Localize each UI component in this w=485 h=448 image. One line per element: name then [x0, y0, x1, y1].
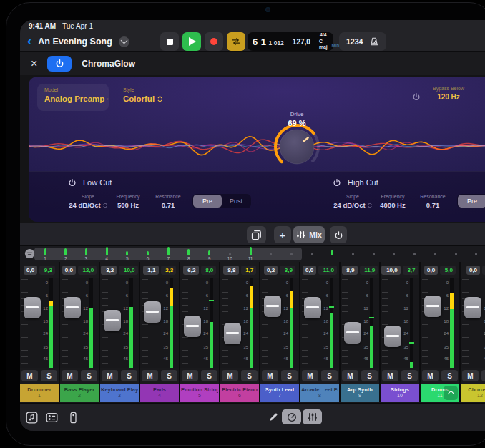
back-chevron-icon[interactable]: ‹: [27, 32, 31, 49]
style-selector[interactable]: Style Colorful: [116, 84, 162, 103]
fader-handle[interactable]: [424, 296, 441, 317]
mute-button[interactable]: M: [182, 370, 198, 381]
bypass-below-control[interactable]: Bypass Below 120 Hz: [423, 86, 474, 101]
peak-readout[interactable]: -3,9: [280, 266, 295, 275]
fader-handle[interactable]: [24, 297, 41, 318]
volume-readout[interactable]: 0,0: [303, 266, 316, 275]
mute-button[interactable]: M: [21, 370, 38, 381]
volume-readout[interactable]: 0,2: [264, 266, 278, 275]
record-button[interactable]: [205, 32, 223, 51]
peak-readout[interactable]: -8,0: [201, 266, 217, 275]
peak-readout[interactable]: -11,0: [318, 266, 337, 275]
volume-readout[interactable]: -1,1: [143, 266, 159, 275]
solo-button[interactable]: S: [401, 370, 418, 381]
fader-handle[interactable]: [384, 326, 401, 347]
mute-button[interactable]: M: [262, 370, 278, 381]
model-selector[interactable]: Model Analog Preamp: [37, 84, 109, 111]
cycle-button[interactable]: [227, 32, 245, 51]
mix-view-button[interactable]: Mix: [293, 226, 325, 243]
solo-button[interactable]: S: [441, 370, 458, 381]
post-button[interactable]: Post: [222, 195, 250, 208]
mute-button[interactable]: M: [342, 370, 358, 381]
solo-button[interactable]: S: [121, 370, 137, 381]
solo-button[interactable]: S: [81, 370, 97, 381]
track-label[interactable]: Arcade…eet Pad8: [300, 384, 339, 402]
high-cut-power-icon[interactable]: [333, 178, 341, 187]
count-in-button[interactable]: 1234: [346, 37, 363, 46]
peak-readout[interactable]: -5,0: [440, 266, 456, 275]
fader-handle[interactable]: [344, 322, 361, 344]
low-cut-power-icon[interactable]: [68, 178, 77, 187]
peak-readout[interactable]: -9,3: [39, 266, 55, 275]
volume-readout[interactable]: -3,2: [101, 266, 117, 275]
volume-readout[interactable]: -8,8: [223, 266, 239, 275]
solo-button[interactable]: S: [361, 370, 378, 381]
pencil-icon[interactable]: [268, 412, 279, 423]
collapse-strip-button[interactable]: [444, 386, 458, 400]
solo-button[interactable]: S: [161, 370, 177, 381]
peak-readout[interactable]: [482, 266, 485, 275]
solo-button[interactable]: S: [321, 370, 338, 381]
stop-button[interactable]: [160, 32, 179, 51]
mute-button[interactable]: M: [382, 370, 398, 381]
mute-button[interactable]: M: [462, 370, 479, 381]
low-cut-resonance[interactable]: Resonance 0.71: [148, 194, 188, 209]
track-label[interactable]: Keyboard Player3: [100, 384, 139, 402]
track-label[interactable]: Drummer1: [20, 384, 59, 402]
fader-handle[interactable]: [144, 301, 161, 323]
track-label[interactable]: Chorus V12: [461, 384, 485, 402]
fader-handle[interactable]: [264, 296, 281, 317]
filter-icon[interactable]: [24, 248, 35, 262]
fader-handle[interactable]: [224, 323, 241, 344]
volume-readout[interactable]: -6,2: [183, 266, 199, 275]
track-label[interactable]: Drums11: [421, 384, 459, 402]
fader-handle[interactable]: [304, 297, 321, 318]
mute-button[interactable]: M: [302, 370, 318, 381]
solo-button[interactable]: S: [201, 370, 217, 381]
mute-button[interactable]: M: [142, 370, 158, 381]
solo-button[interactable]: S: [41, 370, 57, 381]
song-title[interactable]: An Evening Song: [38, 36, 112, 47]
volume-readout[interactable]: -8,9: [342, 266, 358, 275]
peak-readout[interactable]: -1,7: [241, 266, 257, 275]
pre-button[interactable]: Pre: [193, 195, 222, 208]
track-label[interactable]: Arp Synth9: [341, 384, 379, 402]
track-label[interactable]: Synth Lead7: [260, 384, 299, 402]
volume-readout[interactable]: 0,0: [62, 266, 76, 275]
mute-button[interactable]: M: [222, 370, 238, 381]
solo-button[interactable]: S: [281, 370, 298, 381]
high-cut-resonance[interactable]: Resonance 0.71: [413, 194, 453, 209]
song-menu-button[interactable]: [119, 36, 129, 47]
drive-knob[interactable]: [271, 121, 323, 172]
volume-readout[interactable]: 0,0: [24, 266, 37, 275]
fader-handle[interactable]: [104, 310, 121, 331]
low-cut-slope[interactable]: Slope 24 dB/Oct: [68, 194, 108, 209]
peak-readout[interactable]: -10,0: [119, 266, 137, 275]
pre-button[interactable]: Pre: [458, 195, 485, 208]
volume-readout[interactable]: 0,0: [424, 266, 438, 275]
mixer-power-button[interactable]: [330, 226, 347, 243]
mute-button[interactable]: M: [102, 370, 118, 381]
track-label[interactable]: Strings10: [381, 384, 419, 402]
metronome-icon[interactable]: [369, 36, 379, 47]
bypass-power-icon[interactable]: [412, 91, 421, 104]
loop-browser-icon[interactable]: [26, 412, 38, 424]
track-label[interactable]: Electric Piano6: [220, 384, 259, 402]
track-label[interactable]: Pads4: [140, 384, 179, 402]
solo-button[interactable]: S: [481, 370, 485, 381]
high-cut-slope[interactable]: Slope 24 dB/Oct: [333, 194, 373, 209]
lcd-display[interactable]: 6 1 1 012 127,0 4/4 C maj MIDI: [248, 32, 333, 51]
volume-readout[interactable]: 0,0: [466, 266, 480, 275]
high-cut-frequency[interactable]: Frequency 4000 Hz: [373, 194, 413, 209]
remote-device-icon[interactable]: [67, 412, 79, 424]
browser-icon[interactable]: [46, 412, 58, 424]
track-label[interactable]: Bass Player2: [60, 384, 99, 402]
peak-readout[interactable]: -2,3: [161, 266, 177, 275]
bar-ruler[interactable]: 1234567891011: [20, 246, 485, 262]
volume-readout[interactable]: -10,0: [381, 266, 400, 275]
level-control[interactable]: Level 0.0: [475, 86, 485, 101]
add-track-button[interactable]: +: [274, 226, 291, 243]
peak-readout[interactable]: -11,9: [360, 266, 378, 275]
fader-handle[interactable]: [64, 297, 81, 318]
plugin-power-button[interactable]: [47, 56, 72, 72]
